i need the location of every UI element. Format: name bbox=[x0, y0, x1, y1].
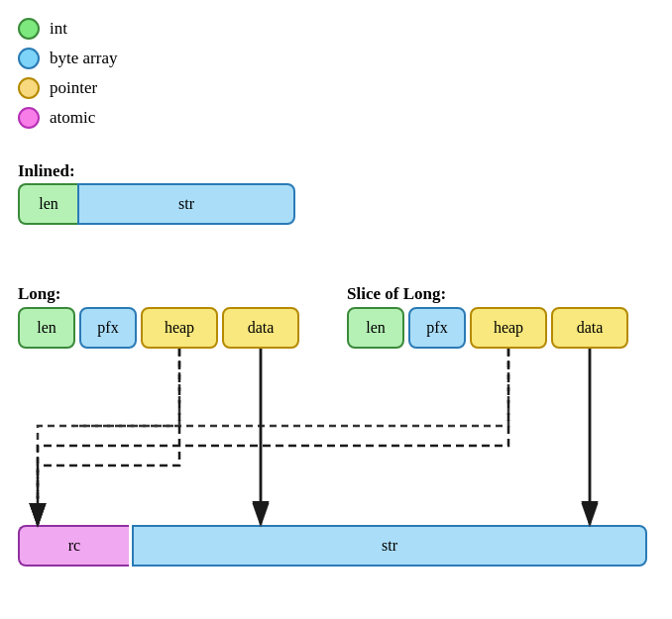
int-icon bbox=[18, 18, 40, 40]
long-row: len pfx heap data bbox=[18, 307, 299, 349]
atomic-icon bbox=[18, 107, 40, 129]
long-pfx-box: pfx bbox=[79, 307, 137, 349]
pointer-label: pointer bbox=[50, 78, 97, 98]
bottom-rc: rc bbox=[18, 525, 129, 567]
slice-heap-box: heap bbox=[470, 307, 547, 349]
legend-item-int: int bbox=[18, 18, 117, 40]
slice-row: len pfx heap data bbox=[347, 307, 628, 349]
inlined-str-box: str bbox=[77, 183, 295, 225]
long-heap-to-rc bbox=[38, 349, 179, 525]
long-label: Long: bbox=[18, 284, 60, 304]
slice-pfx-box: pfx bbox=[408, 307, 466, 349]
slice-label: Slice of Long: bbox=[347, 284, 446, 304]
heap-to-rc-arrow bbox=[38, 349, 179, 525]
long-data-box: data bbox=[222, 307, 299, 349]
long-heap-box: heap bbox=[141, 307, 218, 349]
legend-item-atomic: atomic bbox=[18, 107, 117, 129]
byte-array-label: byte array bbox=[50, 49, 117, 68]
int-label: int bbox=[50, 19, 67, 39]
inlined-row: len str bbox=[18, 183, 295, 225]
legend: int byte array pointer atomic bbox=[18, 18, 117, 137]
str-box: str bbox=[132, 525, 647, 567]
pointer-icon bbox=[18, 77, 40, 99]
slice-heap-dashed-line bbox=[73, 349, 508, 426]
atomic-label: atomic bbox=[50, 108, 95, 128]
byte-array-icon bbox=[18, 48, 40, 69]
rc-box: rc bbox=[18, 525, 129, 567]
bottom-str: str bbox=[132, 525, 647, 567]
slice-heap-to-rc bbox=[38, 349, 508, 525]
long-len-box: len bbox=[18, 307, 75, 349]
slice-len-box: len bbox=[347, 307, 404, 349]
slice-data-box: data bbox=[551, 307, 628, 349]
legend-item-pointer: pointer bbox=[18, 77, 117, 99]
inlined-label: Inlined: bbox=[18, 161, 75, 181]
legend-item-byte-array: byte array bbox=[18, 48, 117, 69]
inlined-len-box: len bbox=[18, 183, 77, 225]
